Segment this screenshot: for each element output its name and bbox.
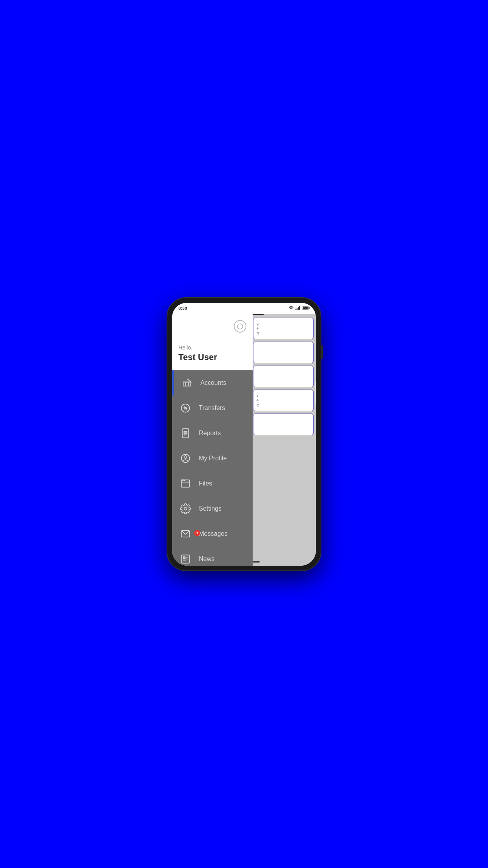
files-icon	[179, 477, 192, 490]
svg-rect-6	[309, 307, 310, 309]
accounts-label: Accounts	[200, 379, 226, 386]
transfer-icon	[179, 402, 192, 414]
status-icons	[288, 306, 310, 310]
greeting-hello: Hello,	[178, 344, 246, 351]
status-bar: 8:30	[172, 303, 316, 314]
messages-icon: 1	[179, 528, 192, 540]
bg-card-4: seO	[253, 390, 314, 411]
bg-cards-area: geR seO	[251, 314, 316, 566]
scroll-indicator	[315, 381, 316, 405]
menu-item-myprofile[interactable]: My Profile	[172, 446, 253, 471]
wifi-icon	[288, 306, 294, 310]
menu-item-news[interactable]: News	[172, 546, 253, 566]
bank-icon	[181, 377, 193, 389]
messages-badge: 1	[194, 530, 200, 536]
news-icon	[179, 553, 192, 565]
greeting-name: Test User	[178, 352, 246, 362]
power-button[interactable]	[234, 320, 246, 333]
settings-label: Settings	[199, 505, 222, 512]
files-label: Files	[199, 480, 212, 487]
bg-card-4-text: seO	[253, 390, 313, 411]
svg-rect-5	[303, 307, 308, 309]
signal-icon	[295, 306, 301, 310]
settings-icon	[179, 502, 192, 515]
transfers-label: Transfers	[199, 405, 225, 412]
myprofile-label: My Profile	[199, 455, 227, 462]
navigation-drawer: Hello, Test User	[172, 314, 253, 566]
drawer-header: Hello, Test User	[172, 314, 253, 370]
volume-button	[321, 345, 323, 359]
reports-icon	[179, 427, 192, 440]
bg-card-2	[253, 342, 314, 363]
profile-icon	[179, 452, 192, 465]
svg-rect-31	[183, 557, 185, 559]
svg-rect-2	[298, 307, 299, 310]
bg-card-1-text: geR	[253, 318, 313, 339]
menu-item-accounts[interactable]: Accounts	[172, 370, 253, 395]
bg-card-3	[253, 366, 314, 387]
bg-card-1: geR	[253, 318, 314, 339]
menu-item-files[interactable]: Files	[172, 471, 253, 496]
battery-icon	[303, 306, 310, 310]
menu-item-settings[interactable]: Settings	[172, 496, 253, 521]
drawer-menu: Accounts Transfers	[172, 370, 253, 566]
svg-rect-3	[299, 306, 300, 310]
news-label: News	[199, 555, 215, 563]
svg-rect-1	[297, 308, 298, 310]
svg-rect-0	[295, 309, 297, 310]
menu-item-transfers[interactable]: Transfers	[172, 395, 253, 421]
menu-item-reports[interactable]: Reports	[172, 421, 253, 446]
svg-point-25	[184, 507, 187, 510]
status-time: 8:30	[178, 306, 187, 311]
phone-screen: 8:30	[172, 303, 316, 566]
power-button-row	[178, 320, 246, 333]
reports-label: Reports	[199, 430, 221, 437]
bg-card-5	[253, 414, 314, 435]
svg-point-23	[184, 456, 187, 458]
menu-item-messages[interactable]: 1 Messages	[172, 521, 253, 546]
phone-device: 8:30	[167, 298, 321, 570]
messages-label: Messages	[199, 530, 227, 537]
svg-point-13	[182, 404, 190, 412]
